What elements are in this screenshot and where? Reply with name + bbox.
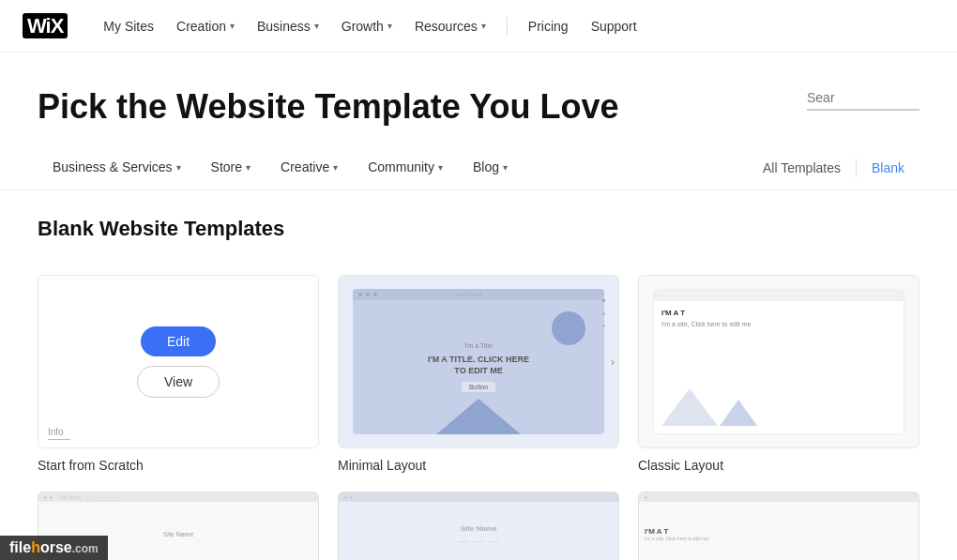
chevron-down-icon: ▾: [503, 162, 508, 173]
info-line: [48, 439, 70, 440]
thumb-bottom-content: I'M A T I'm a site, Click here to edit m…: [639, 492, 919, 560]
classic-browser-bar: [654, 290, 904, 301]
chevron-down-icon: ▾: [176, 162, 181, 173]
nav-label: Growth: [342, 19, 384, 34]
classic-browser-content: I'M A T I'm a site, Click here to edit m…: [654, 301, 904, 434]
filter-label: Business & Services: [53, 159, 173, 174]
nav-resources[interactable]: Resources ▾: [405, 13, 495, 39]
thumb-minimal-inner: Site Name —— —— —— I'm a Title I'M A TIT…: [339, 276, 618, 447]
thumb-bottom-dot: [44, 496, 47, 499]
thumb-bottom-bar: Site Name — — — —: [38, 492, 318, 502]
thumb-bottom-dot: [344, 496, 347, 499]
filter-blank[interactable]: Blank: [857, 147, 919, 189]
chevron-down-icon: ▾: [438, 162, 443, 173]
chevron-down-icon: ▾: [481, 21, 486, 31]
navbar: WiX My Sites Creation ▾ Business ▾ Growt…: [0, 0, 957, 53]
browser-dot: [366, 293, 370, 296]
thumb-scratch-inner: Edit View Info: [38, 276, 318, 447]
template-name: Minimal Layout: [338, 458, 619, 473]
browser-mockup: Site Name —— —— —— I'm a Title I'M A TIT…: [353, 289, 604, 435]
classic-title: I'M A T: [661, 309, 896, 317]
template-card-bottom-3[interactable]: I'M A T I'm a site, Click here to edit m…: [638, 492, 919, 560]
thumb-bottom-bar: [339, 492, 618, 502]
chevron-down-icon: ▾: [333, 162, 338, 173]
browser-bar: Site Name —— —— ——: [353, 289, 604, 300]
classic-mountain: [661, 388, 896, 426]
template-thumb-scratch: Edit View Info: [38, 275, 319, 448]
thumb-bottom-bar: [639, 492, 919, 502]
wix-logo[interactable]: WiX: [23, 14, 68, 38]
thumb-actions: Edit View: [137, 326, 220, 398]
filter-label: Store: [211, 159, 242, 174]
thumb-bottom-subtitle: I'm a site, Click here to edit me: [645, 536, 708, 541]
scroll-dot: [602, 312, 605, 315]
minimal-mountain: [353, 380, 604, 434]
filter-label: Community: [368, 159, 434, 174]
nav-business[interactable]: Business ▾: [248, 13, 328, 39]
chevron-down-icon: ▾: [230, 21, 235, 31]
nav-support[interactable]: Support: [582, 13, 646, 39]
mountain-big: [661, 388, 718, 426]
bottom-tab-row: Site Name — — — —: [59, 494, 121, 500]
nav-link: ——: [489, 538, 498, 544]
nav-link: ——: [474, 538, 483, 544]
thumb-bottom-body: I'M A T I'm a site, Click here to edit m…: [639, 502, 919, 560]
template-card-scratch[interactable]: Edit View Info Start from Scratch: [38, 275, 319, 473]
page-title: Pick the Website Template You Love: [38, 86, 619, 127]
nav-label: Support: [591, 19, 637, 34]
filter-all-templates[interactable]: All Templates: [748, 147, 856, 189]
browser-content: I'm a Title I'M A TITLE. CLICK HERETO ED…: [353, 300, 604, 435]
hero-section: Pick the Website Template You Love: [0, 53, 957, 145]
scroll-dot: [602, 299, 605, 302]
chevron-down-icon: ▾: [246, 162, 251, 173]
nav-label: Resources: [415, 19, 478, 34]
thumb-bottom-2: Site Name —— —— ——: [338, 492, 619, 560]
triangle-decoration: [436, 399, 521, 434]
nav-growth[interactable]: Growth ▾: [332, 13, 402, 39]
thumb-bottom-dot: [350, 496, 353, 499]
nav-label: Pricing: [528, 19, 569, 34]
minimal-main-text: I'M A TITLE. CLICK HERETO EDIT ME: [428, 355, 529, 376]
nav-items: My Sites Creation ▾ Business ▾ Growth ▾ …: [94, 13, 934, 39]
filter-business-services[interactable]: Business & Services ▾: [38, 146, 196, 189]
watermark-text: filehorse.com: [9, 539, 99, 555]
filter-label: Creative: [281, 159, 329, 174]
browser-tabs: Site Name —— —— ——: [385, 292, 599, 297]
template-thumb-classic: I'M A T I'm a site, Click here to edit m…: [638, 275, 919, 448]
view-button[interactable]: View: [137, 366, 220, 398]
classic-subtitle: I'm a site, Click here to edit me: [661, 321, 896, 327]
thumb-bottom-3: I'M A T I'm a site, Click here to edit m…: [638, 492, 919, 560]
nav-pricing[interactable]: Pricing: [519, 13, 578, 39]
watermark-orange: h: [31, 539, 40, 555]
mountain-small: [720, 400, 757, 426]
blank-templates-section: Blank Website Templates: [0, 190, 957, 275]
nav-label: Business: [257, 19, 311, 34]
nav-link: ——: [459, 538, 468, 544]
thumb-bottom-content: Site Name —— —— ——: [339, 492, 618, 560]
search-input[interactable]: [807, 86, 919, 111]
template-card-minimal[interactable]: Site Name —— —— —— I'm a Title I'M A TIT…: [338, 275, 619, 473]
info-label: Info: [48, 427, 64, 437]
thumb-bottom-dot: [645, 496, 647, 499]
filter-creative[interactable]: Creative ▾: [266, 146, 353, 189]
template-card-classic[interactable]: I'M A T I'm a site, Click here to edit m…: [638, 275, 919, 473]
filter-store[interactable]: Store ▾: [196, 146, 266, 189]
chevron-down-icon: ▾: [314, 21, 319, 31]
nav-links: —— —— ——: [459, 538, 498, 544]
nav-label: My Sites: [103, 19, 154, 34]
template-grid: Edit View Info Start from Scratch: [0, 275, 957, 492]
filter-community[interactable]: Community ▾: [353, 146, 458, 189]
classic-browser-mockup: I'M A T I'm a site, Click here to edit m…: [653, 289, 904, 435]
section-title: Blank Website Templates: [38, 217, 919, 241]
nav-creation[interactable]: Creation ▾: [167, 13, 244, 39]
filter-right-label: Blank: [872, 160, 904, 175]
thumb-bottom-title: I'M A T: [645, 527, 668, 536]
nav-my-sites[interactable]: My Sites: [94, 13, 163, 39]
filter-blog[interactable]: Blog ▾: [458, 146, 523, 189]
search-area: [807, 86, 919, 111]
template-card-bottom-2[interactable]: Site Name —— —— ——: [338, 492, 619, 560]
edit-button[interactable]: Edit: [141, 326, 216, 356]
nav-divider: [507, 17, 508, 36]
template-grid-bottom: Site Name — — — — Site Name Site Name —: [0, 492, 957, 560]
filter-bar: Business & Services ▾ Store ▾ Creative ▾…: [0, 145, 957, 190]
